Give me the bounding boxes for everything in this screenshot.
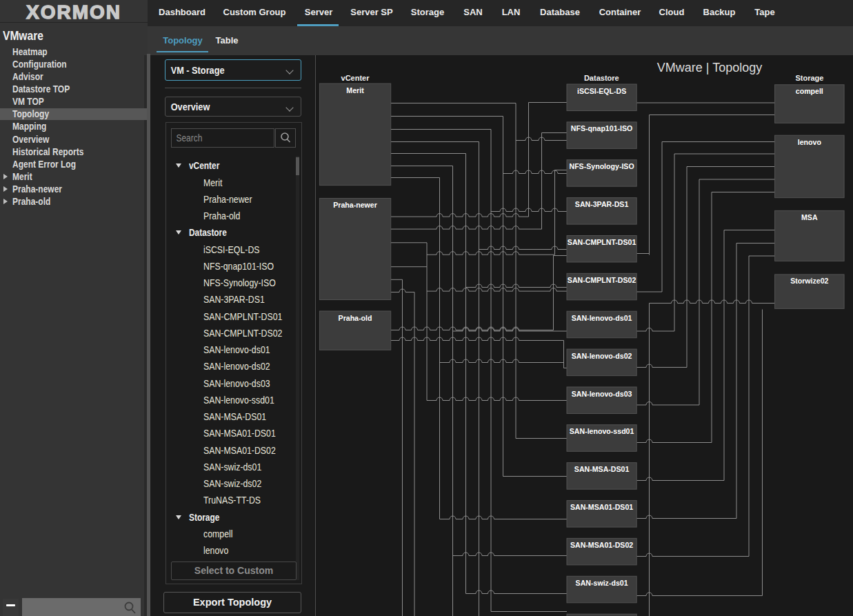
svg-text:SAN-lenovo-ds03: SAN-lenovo-ds03	[572, 390, 632, 398]
svg-text:SAN-MSA-DS01: SAN-MSA-DS01	[574, 465, 630, 473]
svg-text:lenovo: lenovo	[798, 138, 822, 146]
svg-text:Praha-newer: Praha-newer	[333, 201, 377, 209]
svg-text:VMware | Topology: VMware | Topology	[657, 61, 762, 74]
svg-text:SAN-CMPLNT-DS02: SAN-CMPLNT-DS02	[568, 276, 636, 284]
svg-text:SAN-CMPLNT-DS01: SAN-CMPLNT-DS01	[568, 238, 636, 246]
svg-text:SAN-lenovo-ds01: SAN-lenovo-ds01	[572, 314, 632, 322]
svg-text:SAN-swiz-ds01: SAN-swiz-ds01	[576, 579, 628, 587]
svg-text:SAN-lenovo-ds02: SAN-lenovo-ds02	[572, 352, 632, 360]
svg-text:Datastore: Datastore	[584, 74, 619, 82]
svg-text:SAN-3PAR-DS1: SAN-3PAR-DS1	[575, 200, 629, 208]
svg-text:vCenter: vCenter	[341, 74, 370, 82]
svg-text:MSA: MSA	[801, 213, 818, 221]
svg-text:Storwize02: Storwize02	[790, 277, 828, 285]
svg-text:SAN-MSA01-DS01: SAN-MSA01-DS01	[570, 503, 633, 511]
svg-text:compell: compell	[796, 87, 823, 95]
svg-text:Storage: Storage	[795, 74, 823, 82]
svg-text:Merit: Merit	[346, 86, 364, 95]
svg-text:SAN-MSA01-DS02: SAN-MSA01-DS02	[570, 541, 633, 549]
svg-text:SAN-lenovo-ssd01: SAN-lenovo-ssd01	[570, 427, 634, 435]
svg-text:Praha-old: Praha-old	[339, 314, 372, 322]
svg-text:NFS-Synology-ISO: NFS-Synology-ISO	[570, 162, 634, 170]
svg-text:NFS-qnap101-ISO: NFS-qnap101-ISO	[571, 124, 632, 132]
svg-text:iSCSI-EQL-DS: iSCSI-EQL-DS	[577, 87, 626, 95]
